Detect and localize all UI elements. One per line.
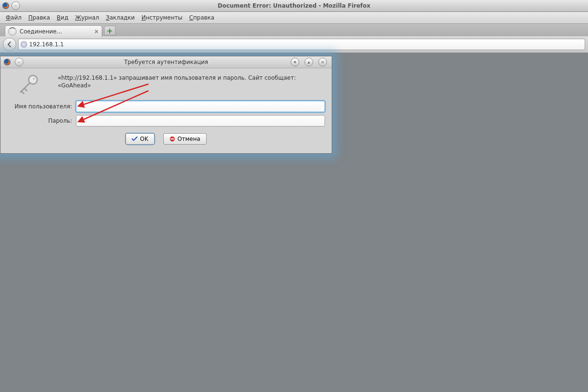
window-title: Document Error: Unauthorized - Mozilla F… [218, 2, 370, 9]
menu-help[interactable]: Справка [186, 13, 217, 22]
check-icon [132, 136, 137, 142]
username-input[interactable] [76, 101, 325, 112]
dialog-titlebar: – Требуется аутентификация ▾ ▴ × [0, 56, 332, 68]
cancel-label: Отмена [178, 136, 200, 142]
ok-label: OK [140, 136, 148, 142]
dialog-close-button[interactable]: × [318, 58, 327, 66]
auth-dialog: – Требуется аутентификация ▾ ▴ × [0, 56, 332, 154]
dialog-title: Требуется аутентификация [124, 59, 208, 65]
password-label: Пароль: [7, 117, 72, 124]
username-label: Имя пользователя: [7, 103, 72, 110]
globe-icon [21, 41, 27, 48]
key-icon [17, 74, 41, 95]
back-button[interactable] [3, 38, 16, 51]
dialog-roll-up-button[interactable]: ▴ [304, 58, 313, 66]
content-area: – Требуется аутентификация ▾ ▴ × [0, 53, 588, 392]
cancel-button[interactable]: Отмена [163, 133, 207, 145]
tab-active[interactable]: Соединение... × [5, 25, 102, 37]
menu-view[interactable]: Вид [54, 13, 71, 22]
dialog-minimize-button[interactable]: – [15, 58, 23, 66]
menu-edit[interactable]: Правка [25, 13, 53, 22]
svg-point-3 [33, 78, 35, 80]
dialog-body: «http://192.168.1.1» запрашивает имя пол… [0, 68, 332, 153]
new-tab-button[interactable]: + [104, 26, 116, 35]
navigation-toolbar: 192.168.1.1 [0, 36, 588, 53]
dialog-message: «http://192.168.1.1» запрашивает имя пол… [58, 74, 325, 89]
arrow-left-icon [6, 41, 13, 48]
firefox-main-window: – Document Error: Unauthorized - Mozilla… [0, 0, 588, 392]
dialog-roll-down-button[interactable]: ▾ [291, 58, 299, 66]
cancel-icon [169, 136, 175, 142]
ok-button[interactable]: OK [126, 133, 154, 145]
url-bar[interactable]: 192.168.1.1 [18, 39, 585, 50]
menu-log[interactable]: Журнал [72, 13, 102, 22]
url-text: 192.168.1.1 [29, 41, 64, 48]
menu-tools[interactable]: Инструменты [138, 13, 185, 22]
firefox-icon [2, 2, 10, 10]
main-window-titlebar: – Document Error: Unauthorized - Mozilla… [0, 0, 588, 12]
tab-label: Соединение... [20, 28, 62, 35]
menu-bookmarks[interactable]: Закладки [103, 13, 138, 22]
tab-close-button[interactable]: × [94, 28, 99, 35]
tab-bar: Соединение... × + [0, 24, 588, 36]
minimize-button[interactable]: – [11, 1, 20, 10]
password-input[interactable] [76, 115, 325, 127]
loading-throbber-icon [8, 27, 17, 36]
menu-bar: Файл Правка Вид Журнал Закладки Инструме… [0, 12, 588, 24]
menu-file[interactable]: Файл [3, 13, 24, 22]
svg-rect-5 [170, 138, 174, 139]
firefox-icon [3, 58, 11, 66]
